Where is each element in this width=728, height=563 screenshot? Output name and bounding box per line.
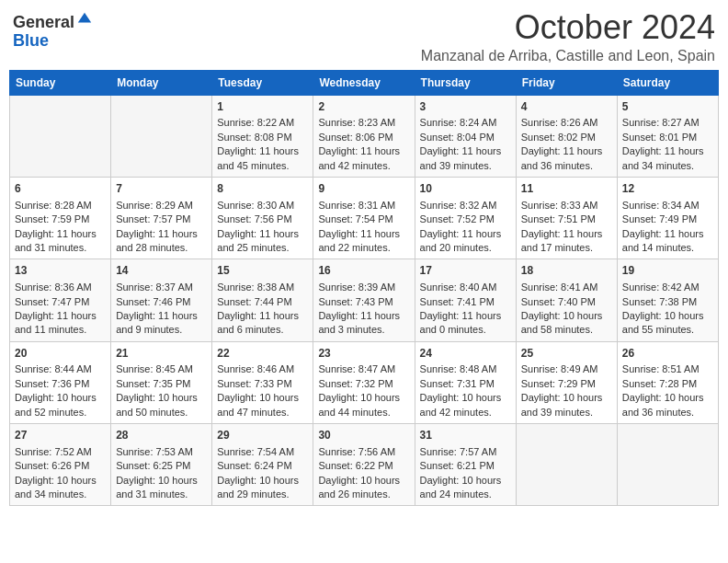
- calendar-cell: 22Sunrise: 8:46 AMSunset: 7:33 PMDayligh…: [212, 341, 313, 423]
- day-info: Sunset: 7:51 PM: [521, 213, 612, 226]
- day-info: Sunrise: 7:53 AM: [116, 445, 207, 459]
- calendar-cell: 14Sunrise: 8:37 AMSunset: 7:46 PMDayligh…: [111, 259, 212, 341]
- column-header-wednesday: Wednesday: [313, 70, 415, 95]
- day-info: Sunrise: 8:37 AM: [116, 281, 207, 294]
- day-info: Sunset: 7:29 PM: [521, 377, 612, 391]
- day-info: Sunrise: 8:46 AM: [217, 362, 308, 376]
- day-info: Sunrise: 8:44 AM: [15, 362, 106, 376]
- day-info: Sunset: 7:43 PM: [318, 295, 409, 309]
- day-info: Daylight: 10 hours and 55 minutes.: [622, 309, 713, 338]
- day-info: Sunrise: 8:31 AM: [318, 199, 409, 213]
- day-info: Sunset: 8:06 PM: [318, 131, 409, 144]
- calendar-cell: [617, 424, 718, 506]
- day-info: Daylight: 11 hours and 6 minutes.: [217, 309, 308, 338]
- day-info: Daylight: 11 hours and 11 minutes.: [15, 309, 106, 338]
- day-info: Sunrise: 7:56 AM: [318, 445, 409, 459]
- day-info: Sunrise: 8:39 AM: [318, 281, 409, 294]
- column-header-friday: Friday: [516, 70, 617, 95]
- calendar-cell: 30Sunrise: 7:56 AMSunset: 6:22 PMDayligh…: [313, 424, 415, 506]
- column-header-monday: Monday: [111, 70, 212, 95]
- day-info: Daylight: 10 hours and 34 minutes.: [15, 474, 106, 502]
- day-number: 2: [318, 99, 409, 115]
- day-number: 3: [420, 99, 511, 115]
- day-number: 1: [217, 99, 308, 115]
- calendar-cell: 6Sunrise: 8:28 AMSunset: 7:59 PMDaylight…: [10, 177, 111, 259]
- day-number: 10: [420, 181, 511, 197]
- calendar-cell: 18Sunrise: 8:41 AMSunset: 7:40 PMDayligh…: [516, 259, 617, 341]
- day-info: Daylight: 10 hours and 26 minutes.: [318, 474, 409, 502]
- day-info: Sunset: 7:54 PM: [318, 213, 409, 226]
- day-info: Sunset: 7:44 PM: [217, 295, 308, 309]
- day-info: Daylight: 11 hours and 31 minutes.: [15, 227, 106, 256]
- day-number: 18: [521, 263, 612, 279]
- day-info: Sunset: 8:02 PM: [521, 131, 612, 144]
- day-info: Sunset: 7:38 PM: [622, 295, 713, 309]
- calendar-cell: 9Sunrise: 8:31 AMSunset: 7:54 PMDaylight…: [313, 177, 415, 259]
- day-info: Sunset: 7:56 PM: [217, 213, 308, 226]
- calendar-cell: 26Sunrise: 8:51 AMSunset: 7:28 PMDayligh…: [617, 341, 718, 423]
- day-info: Sunrise: 8:33 AM: [521, 199, 612, 213]
- day-number: 20: [15, 346, 106, 362]
- day-info: Sunset: 8:01 PM: [622, 131, 713, 144]
- day-info: Daylight: 11 hours and 9 minutes.: [116, 309, 207, 338]
- calendar-cell: 5Sunrise: 8:27 AMSunset: 8:01 PMDaylight…: [617, 95, 718, 177]
- day-info: Sunset: 8:08 PM: [217, 131, 308, 144]
- day-info: Sunset: 6:25 PM: [116, 459, 207, 473]
- day-number: 24: [420, 346, 511, 362]
- calendar-cell: 20Sunrise: 8:44 AMSunset: 7:36 PMDayligh…: [10, 341, 111, 423]
- day-number: 12: [622, 181, 713, 197]
- day-info: Sunrise: 8:49 AM: [521, 362, 612, 376]
- day-info: Sunrise: 8:40 AM: [420, 281, 511, 294]
- day-info: Sunrise: 8:30 AM: [217, 199, 308, 213]
- day-info: Daylight: 11 hours and 14 minutes.: [622, 227, 713, 256]
- day-number: 23: [318, 346, 409, 362]
- day-number: 15: [217, 263, 308, 279]
- day-info: Sunrise: 7:52 AM: [15, 445, 106, 459]
- calendar-cell: 31Sunrise: 7:57 AMSunset: 6:21 PMDayligh…: [415, 424, 516, 506]
- calendar-cell: 29Sunrise: 7:54 AMSunset: 6:24 PMDayligh…: [212, 424, 313, 506]
- calendar-week-4: 20Sunrise: 8:44 AMSunset: 7:36 PMDayligh…: [10, 341, 719, 423]
- logo-icon: [76, 11, 93, 28]
- day-info: Sunset: 7:31 PM: [420, 377, 511, 391]
- calendar-cell: 10Sunrise: 8:32 AMSunset: 7:52 PMDayligh…: [415, 177, 516, 259]
- day-number: 30: [318, 428, 409, 443]
- column-header-tuesday: Tuesday: [212, 70, 313, 95]
- day-info: Sunset: 7:35 PM: [116, 377, 207, 391]
- day-info: Sunrise: 8:47 AM: [318, 362, 409, 376]
- day-info: Sunrise: 8:26 AM: [521, 116, 612, 130]
- day-number: 19: [622, 263, 713, 279]
- day-info: Daylight: 11 hours and 0 minutes.: [420, 309, 511, 338]
- day-info: Daylight: 11 hours and 36 minutes.: [521, 144, 612, 173]
- main-title: October 2024: [421, 9, 715, 46]
- day-info: Daylight: 11 hours and 42 minutes.: [318, 144, 409, 173]
- day-info: Daylight: 11 hours and 39 minutes.: [420, 144, 511, 173]
- calendar-cell: 27Sunrise: 7:52 AMSunset: 6:26 PMDayligh…: [10, 424, 111, 506]
- day-number: 7: [116, 181, 207, 197]
- day-info: Daylight: 10 hours and 44 minutes.: [318, 391, 409, 419]
- day-number: 22: [217, 346, 308, 362]
- subtitle: Manzanal de Arriba, Castille and Leon, S…: [421, 48, 715, 64]
- calendar-cell: 7Sunrise: 8:29 AMSunset: 7:57 PMDaylight…: [111, 177, 212, 259]
- day-info: Sunrise: 8:42 AM: [622, 281, 713, 294]
- day-info: Daylight: 10 hours and 50 minutes.: [116, 391, 207, 419]
- day-info: Daylight: 10 hours and 47 minutes.: [217, 391, 308, 419]
- day-number: 13: [15, 263, 106, 279]
- day-info: Daylight: 11 hours and 45 minutes.: [217, 144, 308, 173]
- day-info: Sunset: 7:59 PM: [15, 213, 106, 226]
- day-info: Sunrise: 8:36 AM: [15, 281, 106, 294]
- day-info: Daylight: 11 hours and 34 minutes.: [622, 144, 713, 173]
- day-info: Daylight: 10 hours and 39 minutes.: [521, 391, 612, 419]
- day-info: Sunset: 6:24 PM: [217, 459, 308, 473]
- day-info: Daylight: 11 hours and 22 minutes.: [318, 227, 409, 256]
- day-info: Sunrise: 7:54 AM: [217, 445, 308, 459]
- day-info: Sunrise: 8:24 AM: [420, 116, 511, 130]
- day-info: Sunset: 7:28 PM: [622, 377, 713, 391]
- day-info: Daylight: 10 hours and 24 minutes.: [420, 474, 511, 502]
- calendar-cell: 2Sunrise: 8:23 AMSunset: 8:06 PMDaylight…: [313, 95, 415, 177]
- day-info: Sunset: 7:49 PM: [622, 213, 713, 226]
- day-number: 8: [217, 181, 308, 197]
- day-info: Sunrise: 8:45 AM: [116, 362, 207, 376]
- day-info: Sunset: 7:47 PM: [15, 295, 106, 309]
- day-info: Daylight: 11 hours and 17 minutes.: [521, 227, 612, 256]
- day-info: Sunset: 8:04 PM: [420, 131, 511, 144]
